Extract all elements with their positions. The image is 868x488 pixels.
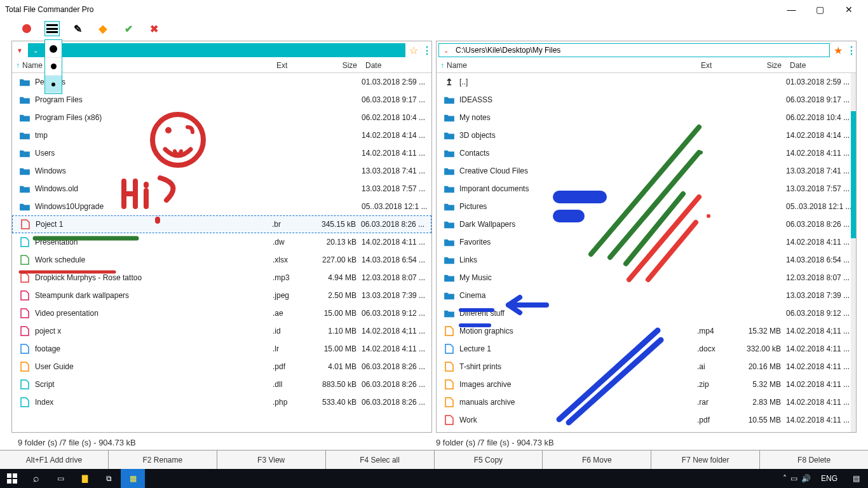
row-date: 06.03.2018 8:26 ... xyxy=(361,220,431,229)
row-date: 14.02.2018 4:14 ... xyxy=(362,131,431,140)
list-row[interactable]: manuals archive.rar2.83 MB14.02.2018 4:1… xyxy=(437,393,856,411)
list-row[interactable]: 3D objects14.02.2018 4:14 ... xyxy=(437,126,856,144)
cmd-button[interactable]: Alt+F1 Add drive xyxy=(0,451,109,469)
list-row[interactable]: User Guide.pdf4.01 MB06.03.2018 8:26 ... xyxy=(12,358,431,376)
file-icon xyxy=(18,237,31,247)
explorer-button[interactable]: ▇ xyxy=(72,469,97,488)
row-ext: .php xyxy=(273,398,311,407)
row-name: manuals archive xyxy=(459,398,697,407)
list-row[interactable]: Contacts14.02.2018 4:11 ... xyxy=(437,144,856,162)
search-button[interactable]: ⌕ xyxy=(24,469,48,488)
cmd-button[interactable]: F2 Rename xyxy=(109,451,217,469)
list-row[interactable]: T-shirt prints.ai20.16 MB14.02.2018 4:11… xyxy=(437,358,856,376)
cancel-button[interactable]: ✖ xyxy=(146,21,161,36)
cmd-button[interactable]: F4 Selec all xyxy=(326,451,435,469)
drive-chevron-icon[interactable]: ▼ xyxy=(14,47,25,54)
right-path-input[interactable]: ⌄ C:\Users\Kile\Desktop\My Files xyxy=(438,43,830,57)
cmd-button[interactable]: F7 New folder xyxy=(651,451,760,469)
close-button[interactable]: ✕ xyxy=(834,0,863,19)
row-ext: .docx xyxy=(697,344,735,353)
maximize-button[interactable]: ▢ xyxy=(806,0,834,19)
erase-button[interactable]: ◆ xyxy=(95,21,111,36)
list-row[interactable]: Cinema13.03.2018 7:39 ... xyxy=(437,287,856,304)
store-button[interactable]: ⧉ xyxy=(97,469,121,488)
record-button[interactable] xyxy=(19,21,34,36)
kebab-menu-icon[interactable]: ⋮ xyxy=(846,44,854,57)
row-date: 06.02.2018 10:4 ... xyxy=(362,113,431,122)
scrollbar[interactable] xyxy=(851,73,856,432)
list-row[interactable]: tmp14.02.2018 4:14 ... xyxy=(12,126,431,144)
list-row[interactable]: Images archive.zip5.32 MB14.02.2018 4:11… xyxy=(437,376,856,393)
list-row[interactable]: Index.php533.40 kB06.03.2018 8:26 ... xyxy=(12,393,431,411)
language-indicator[interactable]: ENG xyxy=(815,474,844,483)
list-row[interactable]: Imporant documents13.03.2018 7:57 ... xyxy=(437,180,856,198)
list-row[interactable]: Windows10Upgrade05..03.2018 12:1 ... xyxy=(12,198,431,215)
row-name: Program Files (x86) xyxy=(35,113,273,122)
app-taskbar-button[interactable]: ▦ xyxy=(121,469,145,488)
list-row[interactable]: Creative Cloud Files13.03.2018 7:41 ... xyxy=(437,162,856,180)
right-file-list[interactable]: ↥[..]01.03.2018 2:59 ...IDEASSS06.03.201… xyxy=(437,73,856,432)
left-path-input[interactable]: ⌄ C:\ xyxy=(28,43,405,57)
list-row[interactable]: Windows13.03.2018 7:41 ... xyxy=(12,162,431,180)
list-row[interactable]: Users14.02.2018 4:11 ... xyxy=(12,144,431,162)
list-row[interactable]: IDEASSS06.03.2018 9:17 ... xyxy=(437,91,856,109)
list-row[interactable]: Script.dll883.50 kB06.03.2018 8:26 ... xyxy=(12,376,431,393)
col-date[interactable]: Date xyxy=(786,59,856,72)
col-size[interactable]: Size xyxy=(735,59,786,72)
list-row[interactable]: Different stuff06.03.2018 9:12 ... xyxy=(437,304,856,322)
confirm-button[interactable]: ✔ xyxy=(121,21,136,36)
cmd-button[interactable]: F5 Copy xyxy=(435,451,543,469)
list-row[interactable]: Dropkick Murphys - Rose tattoo.mp34.94 M… xyxy=(12,269,431,287)
list-row[interactable]: Work schedule.xlsx227.00 kB14.03.2018 6:… xyxy=(12,251,431,269)
col-name[interactable]: ↑Name xyxy=(437,59,697,72)
kebab-menu-icon[interactable]: ⋮ xyxy=(422,44,430,57)
cmd-button[interactable]: F8 Delete xyxy=(760,451,868,469)
list-row[interactable]: Windows.old13.03.2018 7:57 ... xyxy=(12,180,431,198)
list-row[interactable]: Work.pdf10.55 MB14.02.2018 4:11 ... xyxy=(437,411,856,429)
list-row[interactable]: Links14.03.2018 6:54 ... xyxy=(437,251,856,269)
col-date[interactable]: Date xyxy=(362,59,431,72)
list-row[interactable]: Dark Wallpapers06.03.2018 8:26 ... xyxy=(437,215,856,233)
file-icon xyxy=(443,362,456,372)
minimize-button[interactable]: — xyxy=(777,0,806,19)
row-date: 13.03.2018 7:39 ... xyxy=(786,291,856,300)
list-row[interactable]: footage.lr15.00 MB14.02.2018 4:11 ... xyxy=(12,340,431,358)
list-row[interactable]: Motion graphics.mp415.32 MB14.02.2018 4;… xyxy=(437,322,856,340)
list-row[interactable]: ↥[..]01.03.2018 2:59 ... xyxy=(437,73,856,91)
list-row[interactable]: Presentation.dw20.13 kB14.02.2018 4:11 .… xyxy=(12,233,431,251)
brush-medium[interactable] xyxy=(45,58,62,76)
list-row[interactable]: Lecture 1.docx332.00 kB14.02.2018 4:11 .… xyxy=(437,340,856,358)
list-row[interactable]: Steampunk dark wallpapers.jpeg2.50 MB13.… xyxy=(12,287,431,304)
list-row[interactable]: Video presentation.ae15.00 MB06.03.2018 … xyxy=(12,304,431,322)
list-row[interactable]: My Music12.03.2018 8:07 ... xyxy=(437,269,856,287)
scroll-thumb[interactable] xyxy=(851,111,856,238)
edit-button[interactable]: ✎ xyxy=(70,21,85,36)
list-row[interactable]: Favorites14.02.2018 4:11 ... xyxy=(437,233,856,251)
medium-dot-icon xyxy=(51,64,57,69)
task-view-button[interactable]: ▭ xyxy=(48,469,72,488)
start-button[interactable] xyxy=(0,469,24,488)
list-row[interactable]: Program Files06.03.2018 9:17 ... xyxy=(12,91,431,109)
list-row[interactable]: Pictures05..03.2018 12:1 ... xyxy=(437,198,856,215)
tray[interactable]: ˄ ▭ 🔊 xyxy=(779,469,815,488)
brush-large[interactable] xyxy=(45,40,62,58)
col-size[interactable]: Size xyxy=(311,59,362,72)
cmd-button[interactable]: F6 Move xyxy=(543,451,651,469)
list-row[interactable]: My notes06.02.2018 10:4 ... xyxy=(437,109,856,126)
action-center-button[interactable]: ▤ xyxy=(844,469,868,488)
brush-small[interactable] xyxy=(45,76,62,93)
col-ext[interactable]: Ext xyxy=(697,59,735,72)
folder-icon xyxy=(443,130,456,140)
view-list-button[interactable] xyxy=(44,21,60,36)
favorite-star-icon[interactable]: ☆ xyxy=(408,44,419,57)
list-row[interactable]: Program Files (x86)06.02.2018 10:4 ... xyxy=(12,109,431,126)
cmd-button[interactable]: F3 View xyxy=(217,451,326,469)
left-file-list[interactable]: PerfLogs01.03.2018 2:59 ...Program Files… xyxy=(12,73,431,432)
list-row[interactable]: PerfLogs01.03.2018 2:59 ... xyxy=(12,73,431,91)
favorite-star-icon[interactable]: ★ xyxy=(832,44,844,57)
list-row[interactable]: poject x.id1.10 MB14.02.2018 4;11 ... xyxy=(12,322,431,340)
list-row[interactable]: Poject 1.br345.15 kB06.03.2018 8:26 ... xyxy=(12,215,431,233)
col-ext[interactable]: Ext xyxy=(273,59,311,72)
row-date: 14.02.2018 4:11 ... xyxy=(786,344,856,353)
row-name: Imporant documents xyxy=(459,184,697,193)
